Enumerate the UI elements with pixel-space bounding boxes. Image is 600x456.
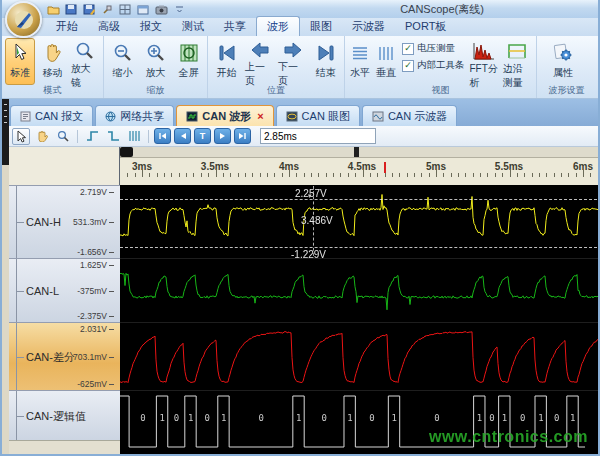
magnifier-icon xyxy=(75,41,95,61)
channel-row-can-h[interactable]: CAN-H 2.719V 531.3mV -1.656V xyxy=(9,185,120,258)
edge-measure-icon xyxy=(505,41,529,61)
channel-bottom-value: -625mV xyxy=(77,379,114,389)
vertical-view-button[interactable]: 垂直 xyxy=(374,38,398,85)
vertical-bars-icon xyxy=(128,130,140,142)
nav-first-button[interactable] xyxy=(154,128,171,144)
zoom-out-icon xyxy=(113,41,133,65)
tab-can-waveform[interactable]: CAN 波形 × xyxy=(176,105,273,126)
close-tab-icon[interactable]: × xyxy=(257,110,263,122)
ribbon-tab-eye-diagram[interactable]: 眼图 xyxy=(300,17,342,36)
magnifier-icon xyxy=(57,130,69,142)
view-checkbox-column: ✓ 电压测量 ✓ 内部工具条 xyxy=(400,38,467,85)
collapsed-panel-grip[interactable] xyxy=(2,99,9,165)
magnifier-mode-button[interactable]: 放大镜 xyxy=(70,38,100,85)
cursor-arrow-icon xyxy=(16,130,27,143)
fullscreen-button[interactable]: 全屏 xyxy=(173,38,204,85)
ribbon-tab-oscilloscope[interactable]: 示波器 xyxy=(342,17,395,36)
ribbon-tab-advanced[interactable]: 高级 xyxy=(88,17,130,36)
nav-trigger-button[interactable]: T xyxy=(194,128,211,144)
channel-row-can-logic[interactable]: CAN-逻辑值 xyxy=(9,390,120,440)
tab-can-eye-diagram[interactable]: CAN 眼图 xyxy=(276,105,360,126)
zoom-tool[interactable] xyxy=(54,128,72,145)
zoom-out-button[interactable]: 缩小 xyxy=(107,38,138,85)
tab-can-oscilloscope[interactable]: CAN 示波器 xyxy=(362,105,457,126)
application-menu-button[interactable] xyxy=(5,1,42,38)
group-label-zoom: 缩放 xyxy=(104,84,207,97)
left-margin xyxy=(2,165,9,456)
pan-tool[interactable] xyxy=(33,128,51,145)
app-logo-icon xyxy=(13,9,35,31)
waveform-toolbar: T xyxy=(2,126,600,147)
arrow-right-icon xyxy=(219,132,227,140)
hand-icon xyxy=(36,130,48,142)
next-page-button[interactable]: 下一页 xyxy=(277,38,308,85)
channel-top-value: 2.719V xyxy=(80,187,114,197)
ribbon-tab-messages[interactable]: 报文 xyxy=(130,17,172,36)
standard-mode-button[interactable]: 标准 xyxy=(5,38,35,85)
go-last-icon xyxy=(238,132,247,140)
group-label-mode: 模式 xyxy=(2,84,103,97)
ribbon-group-view: 水平 垂直 ✓ 电压测量 ✓ 内部工具条 FFT分析 xyxy=(345,36,537,98)
channel-bottom-value: -1.656V xyxy=(77,247,114,257)
nav-next-button[interactable] xyxy=(214,128,231,144)
rising-edge-tool[interactable] xyxy=(83,128,101,145)
voltage-cursor-top[interactable] xyxy=(120,199,600,200)
waveform-canvas[interactable] xyxy=(120,185,600,456)
time-position-input[interactable] xyxy=(260,128,376,144)
checkbox-check-icon: ✓ xyxy=(402,60,414,72)
ribbon-tab-bar: 开始 高级 报文 测试 共享 波形 眼图 示波器 PORT板 xyxy=(2,18,600,36)
falling-edge-tool[interactable] xyxy=(104,128,122,145)
tab-network-share[interactable]: 网络共享 xyxy=(95,105,174,126)
ribbon-group-mode: 标准 移动 放大镜 模式 xyxy=(2,36,104,98)
ribbon-tab-port-board[interactable]: PORT板 xyxy=(395,17,456,36)
ribbon-tab-start[interactable]: 开始 xyxy=(46,17,88,36)
app-window: CANScope(离线) 开始 高级 报文 测试 共享 波形 眼图 示波器 PO… xyxy=(0,0,600,456)
report-icon xyxy=(20,111,31,122)
ruler-ticks xyxy=(120,158,600,185)
channel-row-can-l[interactable]: CAN-L 1.625V -375mV -2.375V xyxy=(9,258,120,322)
horizontal-view-button[interactable]: 水平 xyxy=(348,38,372,85)
time-ruler[interactable]: 3ms 3.5ms 4ms 4.5ms 5ms 5.5ms 6ms xyxy=(120,158,600,185)
edge-measure-button[interactable]: 边沿测量 xyxy=(502,38,533,85)
select-cursor-tool[interactable] xyxy=(12,128,30,145)
voltage-measure-checkbox[interactable]: ✓ 电压测量 xyxy=(402,42,465,55)
channel-mid-value: 531.3mV xyxy=(73,217,114,227)
voltage-cursor-bottom[interactable] xyxy=(120,247,600,248)
ribbon-group-wave-settings: 属性 波形设置 xyxy=(537,36,596,98)
channel-row-can-diff[interactable]: CAN-差分 2.031V 703.1mV -625mV xyxy=(9,322,120,390)
waveform-icon xyxy=(186,111,198,122)
overview-scrollbar[interactable] xyxy=(120,147,600,158)
document-tab-bar: CAN 报文 网络共享 CAN 波形 × CAN 眼图 CAN 示波器 xyxy=(2,99,600,126)
group-label-position: 位置 xyxy=(208,84,344,97)
properties-button[interactable]: 属性 xyxy=(540,38,586,85)
channel-name: CAN-逻辑值 xyxy=(26,408,86,423)
properties-gear-icon xyxy=(552,41,574,65)
nav-prev-button[interactable] xyxy=(174,128,191,144)
nav-last-button[interactable] xyxy=(234,128,251,144)
grid-lines-tool[interactable] xyxy=(125,128,143,145)
rising-edge-icon xyxy=(86,130,99,142)
ribbon-tab-share[interactable]: 共享 xyxy=(214,17,256,36)
channel-panel: CAN-H 2.719V 531.3mV -1.656V CAN-L 1.625… xyxy=(9,147,120,456)
watermark-text: www.cntronics.com xyxy=(429,428,588,446)
channel-name: CAN-H xyxy=(26,216,61,228)
globe-icon xyxy=(105,111,116,122)
internal-toolbar-checkbox[interactable]: ✓ 内部工具条 xyxy=(402,59,465,72)
overview-grip[interactable] xyxy=(120,147,133,157)
fft-analysis-button[interactable]: FFT分析 xyxy=(468,38,499,85)
ribbon-group-zoom: 缩小 放大 全屏 缩放 xyxy=(104,36,208,98)
zoom-in-button[interactable]: 放大 xyxy=(140,38,171,85)
tab-can-messages[interactable]: CAN 报文 xyxy=(10,105,93,126)
oscilloscope-icon xyxy=(372,111,384,122)
go-last-button[interactable]: 结束 xyxy=(310,38,341,85)
go-first-button[interactable]: 开始 xyxy=(211,38,242,85)
channel-top-value: 1.625V xyxy=(80,260,114,270)
prev-page-button[interactable]: 上一页 xyxy=(244,38,275,85)
ribbon-tab-waveform[interactable]: 波形 xyxy=(256,16,300,36)
ribbon-tab-test[interactable]: 测试 xyxy=(172,17,214,36)
move-mode-button[interactable]: 移动 xyxy=(37,38,67,85)
overview-position-handle[interactable] xyxy=(354,147,359,157)
go-first-icon xyxy=(158,132,167,140)
channel-name: CAN-L xyxy=(26,285,59,297)
cursor-arrow-icon xyxy=(11,41,29,65)
